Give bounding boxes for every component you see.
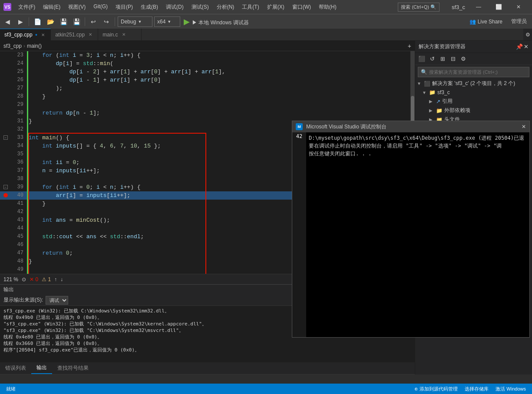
- gutter-46: [0, 241, 9, 249]
- sidebar-tool-2[interactable]: ↺: [427, 54, 437, 64]
- save-all-button[interactable]: 💾: [71, 16, 82, 27]
- close-button[interactable]: ✕: [509, 0, 529, 14]
- line-num-26: 26: [9, 76, 27, 84]
- redo-button[interactable]: ↪: [101, 16, 112, 27]
- line-num-47: 47: [9, 249, 27, 257]
- nav-up-button[interactable]: ↑: [54, 276, 57, 282]
- status-select-repo[interactable]: 选择存储库: [462, 386, 491, 392]
- breadcrumb-scope: sf3_cpp: [3, 43, 22, 49]
- project-icon: 📁: [429, 89, 436, 95]
- line-num-39: 39: [9, 183, 27, 191]
- status-add-repo[interactable]: ⊕ 添加到源代码管理: [412, 386, 460, 392]
- line-num-27: 27: [9, 84, 27, 92]
- live-share-label: Live Share: [478, 19, 502, 25]
- sidebar-search[interactable]: 🔍: [418, 67, 529, 77]
- separator3: [115, 17, 115, 26]
- tab-label: sf3_cpp.cpp: [4, 32, 33, 38]
- menu-edit[interactable]: 编辑(E): [40, 2, 64, 13]
- arch-dropdown[interactable]: x64 ▼: [154, 16, 180, 27]
- gutter-48: [0, 257, 9, 266]
- sidebar-close-button[interactable]: ✕: [524, 43, 529, 50]
- gutter-45: [0, 233, 9, 241]
- gutter-41: [0, 200, 9, 208]
- window-title: sf3_c: [452, 4, 465, 10]
- menu-view[interactable]: 视图(V): [65, 2, 89, 13]
- tab-close-button[interactable]: ✕: [87, 32, 93, 38]
- manage-account-button[interactable]: 管理员: [508, 18, 530, 25]
- zoom-level[interactable]: 121 %: [3, 276, 18, 282]
- breadcrumb-func: main(): [27, 43, 42, 49]
- new-file-button[interactable]: 📄: [32, 16, 43, 27]
- output-source-dropdown[interactable]: 调试: [46, 296, 68, 305]
- tree-external-deps[interactable]: ▶ 📁 外部依赖项: [415, 106, 532, 115]
- sidebar-tool-1[interactable]: ⬛: [417, 54, 426, 64]
- line-content-28: }: [27, 92, 415, 101]
- menu-window[interactable]: 窗口(W): [289, 2, 314, 13]
- console-close-button[interactable]: ✕: [522, 124, 526, 130]
- gutter-36: [0, 158, 9, 167]
- add-line-button[interactable]: +: [408, 43, 411, 49]
- menu-build[interactable]: 生成(B): [137, 2, 162, 13]
- repo-icon: ⊕: [414, 386, 418, 391]
- nav-down-button[interactable]: ↓: [60, 276, 63, 282]
- tab-output[interactable]: 输出: [31, 362, 52, 374]
- line-num-34: 34: [9, 142, 27, 150]
- console-title-bar: M Microsoft Visual Studio 调试控制台 ✕: [292, 121, 529, 132]
- minimize-button[interactable]: —: [469, 0, 489, 14]
- back-button[interactable]: ◀: [2, 16, 13, 27]
- maximize-button[interactable]: ⬜: [489, 0, 509, 14]
- console-title-text: Microsoft Visual Studio 调试控制台: [306, 123, 387, 131]
- menu-tools[interactable]: 工具(T): [238, 2, 262, 13]
- tab-find-symbols[interactable]: 查找符号结果: [52, 362, 94, 374]
- forward-button[interactable]: ▶: [15, 16, 26, 27]
- sidebar-tool-4[interactable]: ⊟: [448, 54, 458, 64]
- tab-menu-button[interactable]: ⚙: [523, 29, 532, 40]
- sidebar-tool-5[interactable]: ⚙: [459, 54, 468, 64]
- gutter-28: [0, 92, 9, 101]
- menu-extensions[interactable]: 扩展(X): [264, 2, 288, 13]
- gutter-26: [0, 76, 9, 84]
- line-num-33: 33: [9, 134, 27, 142]
- tree-solution[interactable]: ▼ ⬛ 解决方案 'sf3_c' (2 个项目，共 2 个): [415, 79, 532, 88]
- sidebar-pin-button[interactable]: 📌: [516, 43, 523, 50]
- search-box[interactable]: 搜索 (Ctrl+Q) 🔍: [398, 3, 439, 12]
- error-count[interactable]: ✕ 0: [30, 276, 38, 282]
- menu-project[interactable]: 项目(P): [112, 2, 136, 13]
- start-debug-button[interactable]: ▶ ▶ 本地 Windows 调试器: [182, 17, 251, 26]
- status-ready[interactable]: 就绪: [3, 386, 18, 392]
- tree-sf3c[interactable]: ▼ 📁 sf3_c: [415, 88, 532, 97]
- expand-icon: ▼: [417, 81, 422, 86]
- save-button[interactable]: 💾: [58, 16, 69, 27]
- tab-bar: sf3_cpp.cpp ● ✕ atkin251.cpp ✕ main.c ✕ …: [0, 29, 532, 41]
- tab-close-button[interactable]: ✕: [40, 32, 46, 38]
- debug-mode-dropdown[interactable]: Debug ▼: [118, 16, 152, 27]
- status-win-activate[interactable]: 激活 Windows: [493, 386, 529, 392]
- tab-close-button[interactable]: ✕: [121, 32, 127, 38]
- menu-analyze[interactable]: 分析(N): [213, 2, 238, 13]
- tab-sf3-cpp[interactable]: sf3_cpp.cpp ● ✕: [0, 29, 51, 40]
- menu-help[interactable]: 帮助(H): [315, 2, 340, 13]
- sidebar-search-input[interactable]: [429, 69, 526, 75]
- menu-debug[interactable]: 调试(D): [162, 2, 187, 13]
- sidebar-tool-3[interactable]: ⊞: [438, 54, 447, 64]
- warning-count[interactable]: ⚠ 1: [42, 276, 51, 282]
- ext-deps-icon: 📁: [436, 108, 443, 114]
- undo-button[interactable]: ↩: [88, 16, 99, 27]
- gutter-47: [0, 249, 9, 257]
- collapse-icon[interactable]: −: [3, 135, 8, 140]
- live-share-button[interactable]: 👥 Live Share: [466, 17, 506, 26]
- line-num-30: 30: [9, 109, 27, 117]
- tab-main-c[interactable]: main.c ✕: [98, 29, 142, 40]
- menu-git[interactable]: Git(G): [90, 2, 111, 13]
- collapse-icon-39[interactable]: −: [3, 185, 8, 189]
- gutter-27: [0, 84, 9, 92]
- line-num-25: 25: [9, 68, 27, 76]
- tab-atkin251[interactable]: atkin251.cpp ✕: [51, 29, 98, 40]
- line-content-27: );: [27, 84, 415, 92]
- tab-error-list[interactable]: 错误列表: [0, 362, 31, 374]
- menu-file[interactable]: 文件(F): [15, 2, 39, 13]
- line-content-24: dp[i] = std::min(: [27, 59, 415, 68]
- open-file-button[interactable]: 📂: [45, 16, 56, 27]
- menu-test[interactable]: 测试(S): [188, 2, 212, 13]
- tree-references[interactable]: ▶ ↗ 引用: [415, 97, 532, 106]
